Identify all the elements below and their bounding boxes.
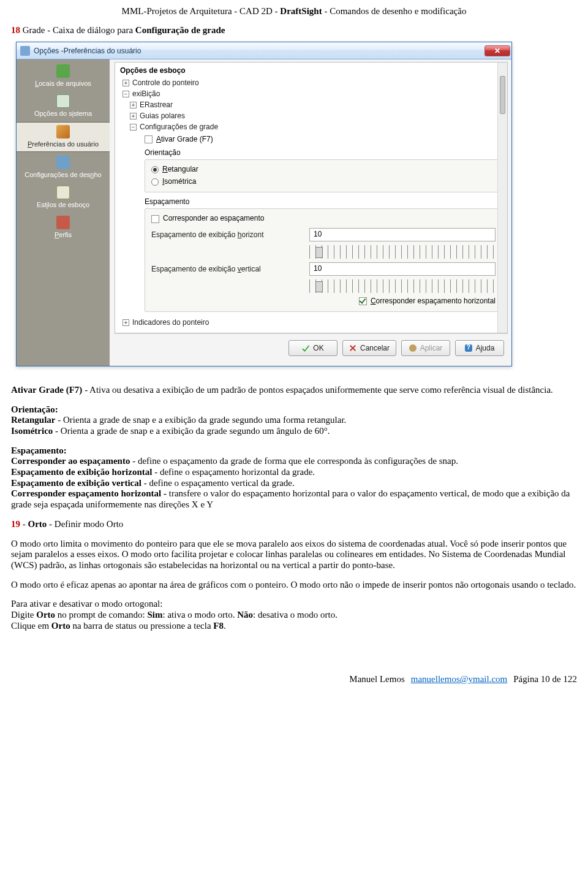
v-spacing-input[interactable]: 10 xyxy=(309,262,496,276)
h-spacing-label: Espaçamento de exibição horizont xyxy=(151,230,303,239)
orientation-label: Orientação xyxy=(145,148,502,157)
titlebar: Opções -Preferências do usuário ✕ xyxy=(17,42,511,59)
page-footer: Manuel Lemos manuellemos@ymail.com Págin… xyxy=(11,674,577,685)
help-button[interactable]: Ajuda xyxy=(455,340,504,356)
collapse-icon[interactable]: − xyxy=(123,91,129,97)
section-18-bold: Configuração de grade xyxy=(135,25,225,35)
h-spacing-slider[interactable] xyxy=(309,245,496,259)
folder-icon xyxy=(56,64,70,78)
match-spacing-checkbox[interactable]: Corresponder ao espaçamento xyxy=(151,214,496,222)
sidebar-item-system-options[interactable]: Opções do sistema xyxy=(17,92,110,121)
expand-icon[interactable]: + xyxy=(123,80,129,86)
expand-icon[interactable]: + xyxy=(123,319,129,326)
button-bar: OK Cancelar Aplicar Ajuda xyxy=(115,333,508,362)
text-style-icon xyxy=(56,186,70,199)
sidebar-item-drawing-settings[interactable]: Configurações de desnho xyxy=(17,153,110,182)
grid-settings-panel: Ativar Grade (F7) Orientação Retangular … xyxy=(145,135,502,312)
header-suffix: - Comandos de desenho e modificação xyxy=(322,6,467,16)
p-orto-3: Para ativar e desativar o modo ortogonal… xyxy=(11,599,577,631)
section-18-text: Grade - Caixa de diálogo para xyxy=(20,25,135,35)
spacing-group: Corresponder ao espaçamento Espaçamento … xyxy=(145,208,502,312)
tree-node-etrack[interactable]: +ERastrear xyxy=(130,99,502,110)
list-icon xyxy=(56,94,70,108)
content-area: Opções de esboço +Controle do ponteiro −… xyxy=(110,59,511,366)
sidebar-item-file-locations[interactable]: Locais de arquivos xyxy=(17,62,110,91)
profile-icon xyxy=(56,216,70,229)
spacing-label: Espaçamento xyxy=(145,197,502,206)
sidebar-item-user-preferences[interactable]: Preferências do usuário xyxy=(17,122,110,152)
p-orto-2: O modo orto é eficaz apenas ao apontar n… xyxy=(11,580,577,591)
collapse-icon[interactable]: − xyxy=(130,124,137,131)
check-icon xyxy=(302,344,309,352)
section-18-number: 18 xyxy=(11,25,20,35)
app-icon xyxy=(20,46,30,56)
radio-rectangular[interactable]: Retangular xyxy=(151,165,496,173)
pencil-icon xyxy=(56,125,70,138)
footer-page: Página 10 de 122 xyxy=(513,674,577,685)
category-sidebar: Locais de arquivos Opções do sistema Pre… xyxy=(17,59,110,366)
sidebar-item-draft-styles[interactable]: Estilos de esboço xyxy=(17,183,110,212)
radio-isometric[interactable]: Isométrica xyxy=(151,177,496,186)
dialog-title: Opções -Preferências do usuário xyxy=(34,47,484,55)
section-18-title: 18 Grade - Caixa de diálogo para Configu… xyxy=(11,25,577,36)
h-spacing-input[interactable]: 10 xyxy=(309,228,496,241)
orientation-group: Retangular Isométrica xyxy=(145,159,502,192)
sidebar-item-profiles[interactable]: Perfis xyxy=(17,213,110,242)
header-product: DraftSight xyxy=(280,6,322,16)
footer-author: Manuel Lemos xyxy=(349,674,404,685)
activate-grid-checkbox[interactable]: Ativar Grade (F7) xyxy=(145,135,502,143)
cancel-button[interactable]: Cancelar xyxy=(342,340,396,356)
v-spacing-label: Espaçamento de exibição vertical xyxy=(151,265,303,273)
close-button[interactable]: ✕ xyxy=(484,45,510,56)
page-header: MML-Projetos de Arquitetura - CAD 2D - D… xyxy=(11,6,577,17)
p-orto-1: O modo orto limita o movimento do pontei… xyxy=(11,539,577,571)
tree-node-grid-settings[interactable]: −Configurações de grade xyxy=(130,121,502,132)
p-orientation: Orientação: Retangular - Orienta a grade… xyxy=(11,404,577,437)
tree-node-display[interactable]: −exiBição xyxy=(123,88,502,99)
options-tree: Opções de esboço +Controle do ponteiro −… xyxy=(115,62,508,333)
x-icon xyxy=(349,344,356,352)
close-icon: ✕ xyxy=(494,47,500,55)
ok-button[interactable]: OK xyxy=(288,340,337,356)
scrollbar[interactable] xyxy=(497,63,507,333)
help-icon xyxy=(465,344,472,352)
tree-node-pointer-indicators[interactable]: +Indicadores do ponteiro xyxy=(123,317,502,328)
expand-icon[interactable]: + xyxy=(130,102,137,108)
expand-icon[interactable]: + xyxy=(130,113,137,119)
header-prefix: MML-Projetos de Arquitetura - CAD 2D - xyxy=(122,6,281,16)
match-horizontal-checkbox[interactable]: Corresponder espaçamento horizontal xyxy=(151,297,496,305)
p-activate-grid: Ativar Grade (F7) - Ativa ou desativa a … xyxy=(11,385,577,396)
tree-root: Opções de esboço xyxy=(120,66,502,75)
tree-node-pointer-control[interactable]: +Controle do ponteiro xyxy=(123,77,502,88)
apply-icon xyxy=(409,344,417,352)
drawing-icon xyxy=(56,156,70,169)
options-dialog: Opções -Preferências do usuário ✕ Locais… xyxy=(16,42,512,366)
v-spacing-slider[interactable] xyxy=(309,279,496,293)
footer-email[interactable]: manuellemos@ymail.com xyxy=(411,674,508,685)
section-19-title: 19 - Orto - Definir modo Orto xyxy=(11,519,577,530)
tree-node-polar[interactable]: +Guias polares xyxy=(130,110,502,121)
p-spacing: Espaçamento: Corresponder ao espaçamento… xyxy=(11,446,577,510)
apply-button[interactable]: Aplicar xyxy=(401,340,450,356)
